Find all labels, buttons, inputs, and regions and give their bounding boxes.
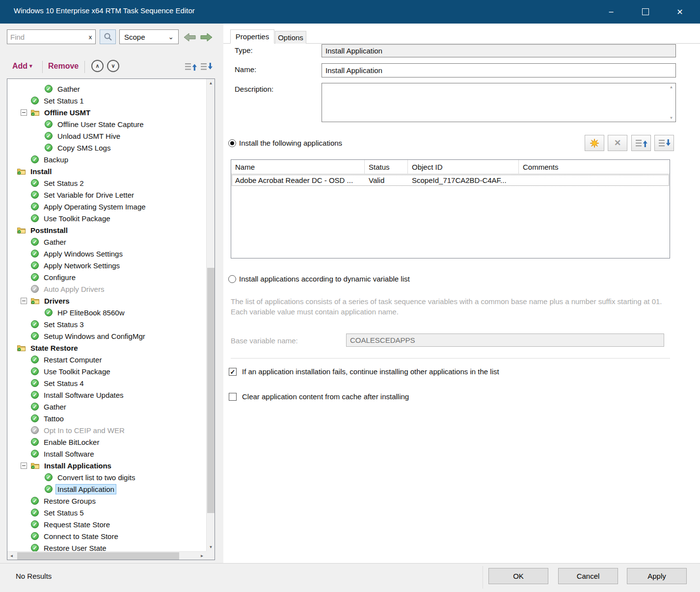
tree-item-convert-list-to-two-digits[interactable]: ✓Convert list to two digits	[7, 471, 206, 483]
tree-item-offline-user-state-capture[interactable]: ✓Offline User State Capture	[7, 118, 206, 130]
scroll-left-button[interactable]: ◄	[7, 552, 16, 560]
tree-item-postinstall[interactable]: PostInstall	[7, 224, 206, 236]
name-field[interactable]	[322, 63, 676, 77]
tree-item-gather[interactable]: ✓Gather	[7, 236, 206, 248]
maximize-button[interactable]	[628, 0, 663, 24]
description-scrollbar[interactable]: ▲ ▼	[667, 83, 675, 122]
tree-item-backup[interactable]: ✓Backup	[7, 154, 206, 165]
tree-item-set-status-3[interactable]: ✓Set Status 3	[7, 318, 206, 330]
find-next-button[interactable]	[198, 30, 214, 44]
move-application-up-button[interactable]	[631, 135, 651, 151]
remove-button[interactable]: Remove	[48, 62, 79, 71]
column-header-status[interactable]: Status	[365, 160, 408, 174]
tree-item-apply-windows-settings[interactable]: ✓Apply Windows Settings	[7, 248, 206, 259]
scroll-up-button[interactable]: ▲	[207, 79, 215, 87]
tree-item-drivers[interactable]: Drivers	[7, 295, 206, 307]
horizontal-scrollbar-thumb[interactable]	[17, 552, 179, 560]
tree-item-copy-sms-logs[interactable]: ✓Copy SMS Logs	[7, 142, 206, 154]
tree-item-offline-usmt[interactable]: Offline USMT	[7, 106, 206, 118]
tree-item-restore-user-state[interactable]: ✓Restore User State	[7, 542, 206, 551]
tree-item-opt-in-to-ceip-and-wer[interactable]: ✓Opt In to CEIP and WER	[7, 424, 206, 436]
tree-item-configure[interactable]: ✓Configure	[7, 271, 206, 283]
collapse-expander-icon[interactable]	[21, 109, 27, 116]
application-row[interactable]: Adobe Acrobat Reader DC - OSD ...ValidSc…	[231, 174, 670, 186]
tree-item-auto-apply-drivers[interactable]: ✓Auto Apply Drivers	[7, 283, 206, 295]
tree-item-label: Backup	[42, 155, 70, 164]
delete-x-icon: ✕	[614, 138, 621, 148]
ok-button[interactable]: OK	[488, 568, 548, 584]
tree-item-request-state-store[interactable]: ✓Request State Store	[7, 518, 206, 530]
tree-item-set-status-1[interactable]: ✓Set Status 1	[7, 95, 206, 106]
tree-item-use-toolkit-package[interactable]: ✓Use Toolkit Package	[7, 365, 206, 377]
tree-item-set-status-2[interactable]: ✓Set Status 2	[7, 177, 206, 189]
add-button[interactable]: Add▾	[12, 62, 32, 71]
window-title: Windows 10 Enterprise x64 RTM Task Seque…	[14, 6, 195, 15]
tree-item-apply-network-settings[interactable]: ✓Apply Network Settings	[7, 259, 206, 271]
delete-application-button[interactable]: ✕	[608, 135, 627, 151]
tree-item-connect-to-state-store[interactable]: ✓Connect to State Store	[7, 530, 206, 542]
collapse-expander-icon[interactable]	[21, 298, 27, 304]
vertical-scrollbar[interactable]: ▲ ▼	[206, 79, 215, 551]
apply-button[interactable]: Apply	[627, 568, 687, 584]
tree-item-use-toolkit-package[interactable]: ✓Use Toolkit Package	[7, 212, 206, 224]
cancel-button[interactable]: Cancel	[558, 568, 618, 584]
column-header-comments[interactable]: Comments	[519, 160, 670, 174]
tree-item-unload-usmt-hive[interactable]: ✓Unload USMT Hive	[7, 130, 206, 142]
tree-item-set-variable-for-drive-letter[interactable]: ✓Set Variable for Drive Letter	[7, 189, 206, 201]
find-previous-button[interactable]	[182, 30, 197, 44]
tree-item-state-restore[interactable]: State Restore	[7, 342, 206, 354]
tree-item-set-status-5[interactable]: ✓Set Status 5	[7, 507, 206, 518]
tree-item-install-software-updates[interactable]: ✓Install Software Updates	[7, 389, 206, 401]
left-panel: x Scope ⌄ Add▾ Remove ∧ ∨ ✓Gather✓Set St…	[0, 24, 223, 563]
description-field[interactable]: ▲ ▼	[322, 83, 676, 122]
tree-item-setup-windows-and-configmgr[interactable]: ✓Setup Windows and ConfigMgr	[7, 330, 206, 342]
tree-item-apply-operating-system-image[interactable]: ✓Apply Operating System Image	[7, 201, 206, 212]
tree-item-install-applications[interactable]: Install Applications	[7, 460, 206, 471]
search-button[interactable]	[100, 29, 116, 44]
tree-item-hp-elitebook-8560w[interactable]: ✓HP EliteBook 8560w	[7, 307, 206, 318]
find-clear-button[interactable]: x	[85, 33, 95, 41]
tree-item-label: Set Status 3	[42, 320, 85, 329]
collapse-expander-icon[interactable]	[21, 463, 27, 469]
expand-all-button[interactable]: ∨	[107, 60, 119, 72]
minimize-button[interactable]: –	[594, 0, 628, 24]
tree-item-install-application[interactable]: ✓Install Application	[7, 483, 206, 495]
tree-item-install[interactable]: Install	[7, 165, 206, 177]
collapse-all-button[interactable]: ∧	[91, 60, 104, 72]
column-header-object-id[interactable]: Object ID	[408, 160, 519, 174]
checkbox-continue-on-fail-label: If an application installation fails, co…	[242, 367, 499, 376]
find-input[interactable]	[7, 33, 85, 41]
scope-combobox[interactable]: Scope ⌄	[119, 29, 179, 44]
radio-install-following[interactable]	[228, 139, 236, 147]
move-application-down-button[interactable]	[654, 135, 674, 151]
step-check-icon: ✓	[31, 273, 39, 281]
tree-item-label: Request State Store	[42, 520, 111, 529]
move-step-up-button[interactable]	[184, 61, 197, 73]
radio-dynamic-list[interactable]	[228, 275, 236, 283]
scroll-down-button[interactable]: ▼	[207, 543, 215, 551]
tab-properties[interactable]: Properties	[230, 29, 274, 44]
toolbar-separator	[42, 61, 43, 73]
checkbox-clear-cache[interactable]	[229, 393, 237, 401]
task-sequence-editor-window: Windows 10 Enterprise x64 RTM Task Seque…	[0, 0, 700, 592]
tree-item-gather[interactable]: ✓Gather	[7, 401, 206, 412]
close-button[interactable]: ✕	[663, 0, 697, 24]
tree-item-install-software[interactable]: ✓Install Software	[7, 448, 206, 460]
tab-options[interactable]: Options	[275, 31, 306, 44]
tree-item-set-status-4[interactable]: ✓Set Status 4	[7, 377, 206, 389]
vertical-scrollbar-thumb[interactable]	[207, 268, 215, 513]
tree-item-enable-bitlocker[interactable]: ✓Enable BitLocker	[7, 436, 206, 448]
tree-item-gather[interactable]: ✓Gather	[7, 83, 206, 95]
horizontal-scrollbar[interactable]: ◄ ►	[7, 551, 206, 560]
step-disabled-icon: ✓	[31, 426, 39, 434]
checkbox-continue-on-fail[interactable]: ✓	[229, 368, 237, 376]
tree-item-tattoo[interactable]: ✓Tattoo	[7, 412, 206, 424]
step-check-icon: ✓	[31, 367, 39, 375]
tree-item-restore-groups[interactable]: ✓Restore Groups	[7, 495, 206, 507]
new-application-button[interactable]	[585, 135, 604, 151]
tree-item-label: Opt In to CEIP and WER	[42, 426, 126, 435]
tree-item-restart-computer[interactable]: ✓Restart Computer	[7, 354, 206, 365]
column-header-name[interactable]: Name	[231, 160, 365, 174]
scroll-right-button[interactable]: ►	[198, 552, 206, 560]
move-step-down-button[interactable]	[199, 61, 213, 73]
